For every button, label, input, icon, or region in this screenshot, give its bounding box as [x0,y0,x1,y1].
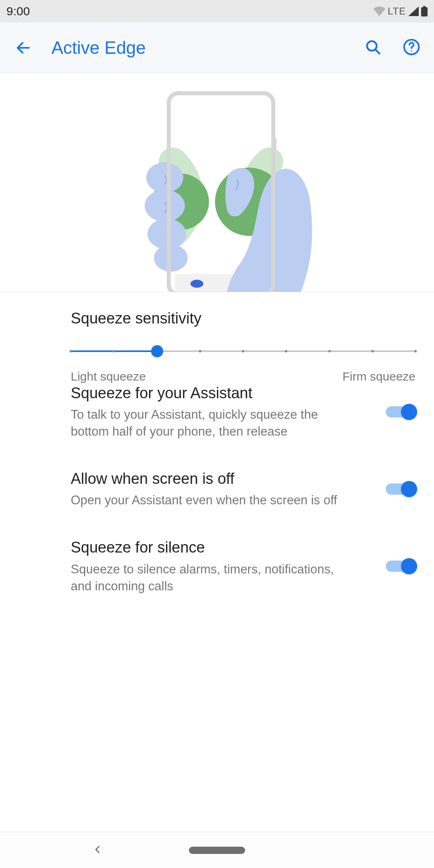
page-title: Active Edge [51,38,146,58]
toggle-allow-screen-off[interactable] [386,481,416,497]
slider-tick [328,350,331,352]
setting-subtitle: To talk to your Assistant, quickly squee… [71,406,352,440]
battery-icon [421,6,428,16]
sensitivity-title: Squeeze sensitivity [71,310,416,327]
svg-line-4 [375,49,380,53]
setting-allow-screen-off[interactable]: Allow when screen is off Open your Assis… [18,469,416,538]
setting-squeeze-silence[interactable]: Squeeze for silence Squeeze to silence a… [18,538,416,623]
squeeze-illustration [0,73,434,292]
wifi-icon [373,6,385,16]
setting-title: Allow when screen is off [71,469,370,489]
slider-tick [199,350,201,352]
nav-back-button[interactable] [92,844,103,856]
search-button[interactable] [362,37,384,59]
nav-home-pill[interactable] [189,847,245,854]
svg-point-17 [145,190,185,222]
slider-tick [414,350,417,352]
signal-icon [408,6,419,16]
sensitivity-section: Squeeze sensitivity Light squeeze Firm s… [18,310,416,383]
slider-tick [113,350,115,352]
status-bar: 9:00 LTE [0,0,434,23]
network-label: LTE [388,6,406,17]
setting-title: Squeeze for your Assistant [71,383,370,403]
system-nav-bar [0,832,434,868]
back-button[interactable] [11,36,35,60]
toggle-squeeze-assistant[interactable] [386,404,416,420]
slider-tick [70,350,72,352]
status-time: 9:00 [6,4,30,18]
slider-tick [371,350,374,352]
content: Squeeze sensitivity Light squeeze Firm s… [0,292,434,623]
setting-squeeze-assistant[interactable]: Squeeze for your Assistant To talk to yo… [18,383,416,469]
slider-max-label: Firm squeeze [342,370,416,383]
setting-title: Squeeze for silence [71,538,370,557]
svg-rect-1 [421,7,428,16]
sensitivity-slider[interactable] [71,343,416,359]
toggle-squeeze-silence[interactable] [386,558,416,574]
slider-tick [285,350,287,352]
svg-point-16 [146,162,183,193]
setting-subtitle: Squeeze to silence alarms, timers, notif… [71,561,352,595]
help-icon [403,38,420,57]
status-right: LTE [373,6,428,17]
slider-labels: Light squeeze Firm squeeze [71,370,416,383]
setting-subtitle: Open your Assistant even when the screen… [71,492,352,509]
svg-point-20 [190,280,203,288]
svg-rect-0 [423,6,426,7]
app-bar: Active Edge [0,23,434,73]
slider-tick [242,350,244,352]
help-button[interactable] [400,37,423,59]
search-icon [364,38,382,57]
slider-min-label: Light squeeze [71,370,146,383]
svg-point-6 [411,50,412,51]
slider-thumb[interactable] [151,345,163,357]
